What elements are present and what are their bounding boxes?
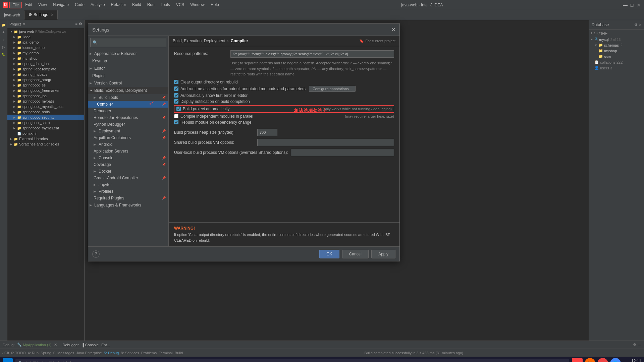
menu-vcs[interactable]: VCS xyxy=(173,2,187,8)
status-services[interactable]: 8: Services xyxy=(121,351,139,355)
settings-item-jupyter[interactable]: ▶ Jupyter xyxy=(88,181,168,188)
dialog-close-button[interactable]: ✕ xyxy=(391,26,395,33)
status-messages[interactable]: 0: Messages xyxy=(53,351,74,355)
debug-minimize-icon[interactable]: — xyxy=(638,343,641,347)
taskbar-app-firefox[interactable]: 🦊 xyxy=(585,358,595,362)
close-button[interactable]: ✕ xyxy=(636,2,641,8)
settings-item-compiler[interactable]: Compiler 📌 xyxy=(88,101,168,108)
cancel-button[interactable]: Cancel xyxy=(342,250,369,258)
tree-idea[interactable]: ▶ 📁 .idea xyxy=(7,34,84,40)
checkbox-display-notification-input[interactable] xyxy=(174,99,178,104)
menu-view[interactable]: View xyxy=(36,2,50,8)
settings-item-plugins[interactable]: Plugins xyxy=(88,72,168,79)
db-sync-icon[interactable]: ⟳ xyxy=(597,31,601,36)
db-schemas-item[interactable]: ▼ 📁 schemas 2 xyxy=(590,42,643,48)
tree-pom[interactable]: ▶ 📄 pom.xml xyxy=(7,131,84,136)
menu-run[interactable]: Run xyxy=(145,2,157,8)
status-debug[interactable]: 5: Debug xyxy=(104,351,119,355)
maximize-button[interactable]: □ xyxy=(629,2,635,8)
configure-annotations-button[interactable]: Configure annotations... xyxy=(309,86,356,92)
taskbar-app-other2[interactable]: 🌐 xyxy=(610,358,621,362)
tree-springboot-freemarker[interactable]: ▶ 📁 springboot_freemarker xyxy=(7,88,84,93)
db-settings-icon[interactable]: ⚙ xyxy=(634,23,637,26)
tree-lucene-demo[interactable]: ▶ 📁 lucene_demo xyxy=(7,45,84,50)
settings-item-app-servers[interactable]: Application Servers xyxy=(88,148,168,155)
settings-item-deployment[interactable]: ▶ Deployment 📌 xyxy=(88,128,168,134)
debug-app[interactable]: 🔧 MyApplication (1) xyxy=(17,343,51,347)
tree-springboot-es[interactable]: ▶ 📁 springboot_es xyxy=(7,82,84,88)
shared-vm-input[interactable] xyxy=(257,139,394,146)
help-button[interactable]: ? xyxy=(92,250,100,258)
status-run[interactable]: 4: Run xyxy=(28,351,39,355)
settings-item-debugger[interactable]: Debugger xyxy=(88,108,168,114)
tree-springboot-thymeLeaf[interactable]: ▶ 📁 springboot_thymeLeaf xyxy=(7,125,84,131)
menu-analyze[interactable]: Analyze xyxy=(88,2,108,8)
resource-patterns-input[interactable] xyxy=(230,50,394,58)
tree-springboot-amqp[interactable]: ▶ 📁 springboot_amqp xyxy=(7,77,84,82)
status-terminal[interactable]: Terminal xyxy=(159,351,173,355)
status-spring[interactable]: Spring xyxy=(41,351,51,355)
status-git[interactable]: ⑂ Git xyxy=(1,351,9,355)
tree-root[interactable]: ▼ 📁 java-web F:\IdeaCode\java-we xyxy=(7,29,84,34)
checkbox-runtime-assertions-input[interactable] xyxy=(174,86,178,91)
settings-item-vcs[interactable]: ▶ Version Control xyxy=(88,79,168,87)
tree-spring-data-jpa[interactable]: ▶ 📁 spring_data_jpa xyxy=(7,61,84,66)
settings-panel-icon[interactable]: ⚙ xyxy=(79,22,82,26)
settings-item-languages[interactable]: ▶ Languages & Frameworks xyxy=(88,201,168,209)
tree-my-demo[interactable]: ▶ 📁 my_demo xyxy=(7,50,84,56)
settings-item-profilers[interactable]: ▶ Profilers xyxy=(88,188,168,195)
db-refresh-icon[interactable]: ↻ xyxy=(593,31,597,36)
settings-item-python-debugger[interactable]: Python Debugger xyxy=(88,121,168,128)
db-myshop-item[interactable]: 📁 myshop xyxy=(590,48,643,54)
settings-item-docker[interactable]: ▶ Docker xyxy=(88,168,168,175)
tree-springboot-redis[interactable]: ▶ 📁 springboot_redis xyxy=(7,109,84,115)
enterprise-tab[interactable]: Ent... xyxy=(101,343,110,347)
settings-item-coverage[interactable]: Coverage 📌 xyxy=(88,161,168,168)
status-build[interactable]: Build xyxy=(175,351,183,355)
menu-file[interactable]: File xyxy=(9,2,22,8)
tree-my-shop[interactable]: ▶ 📁 my_shop xyxy=(7,56,84,61)
user-vm-input[interactable] xyxy=(291,149,394,156)
debug-settings-icon[interactable]: ⚙ xyxy=(633,343,636,347)
git-icon[interactable]: ⑂ xyxy=(0,36,7,43)
menu-edit[interactable]: Edit xyxy=(22,2,35,8)
menu-refactor[interactable]: Refactor xyxy=(108,2,129,8)
bookmark-icon[interactable]: ★ xyxy=(0,29,7,36)
menu-tools[interactable]: Tools xyxy=(158,2,173,8)
checkbox-rebuild-module-input[interactable] xyxy=(174,120,178,124)
checkbox-build-auto-input[interactable] xyxy=(176,107,181,111)
db-ssm-item[interactable]: 📁 ssm xyxy=(590,54,643,59)
tree-spring-jdbc[interactable]: ▶ 📁 spring_jdbcTemplate xyxy=(7,66,84,72)
db-add-icon[interactable]: + xyxy=(590,31,593,36)
settings-item-appearance[interactable]: ▶ Appearance & Behavior xyxy=(88,50,168,57)
settings-item-build-exec[interactable]: ▼ Build, Execution, Deployment xyxy=(88,87,168,94)
settings-item-build-tools[interactable]: ▶ Build Tools 📌 xyxy=(88,94,168,101)
run-icon[interactable]: ▷ xyxy=(0,44,7,50)
settings-item-editor[interactable]: ▶ Editor xyxy=(88,65,168,72)
menu-build[interactable]: Build xyxy=(129,2,144,8)
start-button[interactable]: ⊞ xyxy=(3,358,13,362)
settings-item-remote-jar[interactable]: Remote Jar Repositories 📌 xyxy=(88,114,168,121)
settings-item-gradle-android[interactable]: Gradle-Android Compiler 📌 xyxy=(88,175,168,181)
taskbar-app-intellij[interactable]: IJ xyxy=(572,358,583,362)
status-todo[interactable]: 6: TODO xyxy=(11,351,26,355)
db-mysql-item[interactable]: ▼ 🗄 mysql 2 of 16 xyxy=(590,37,643,42)
ok-button[interactable]: OK xyxy=(319,250,339,258)
console-tab[interactable]: ▐ Console xyxy=(82,343,99,347)
settings-item-keymap[interactable]: Keymap xyxy=(88,57,168,65)
tree-springboot-mybatis-plus[interactable]: ▶ 📁 springboot_mybatis_plus xyxy=(7,104,84,109)
settings-search[interactable]: 🔍 xyxy=(90,38,166,47)
tab-project[interactable]: java-web xyxy=(0,11,24,19)
menu-window[interactable]: Window xyxy=(187,2,207,8)
status-java-enterprise[interactable]: Java Enterprise xyxy=(76,351,102,355)
menu-help[interactable]: Help xyxy=(208,2,222,8)
heap-size-input[interactable] xyxy=(257,129,277,136)
tab-close-icon[interactable]: ✕ xyxy=(51,13,53,16)
debug-close-icon[interactable]: ✕ xyxy=(54,343,57,347)
tree-spring-mybatis[interactable]: ▶ 📁 spring_mybatis xyxy=(7,72,84,77)
taskbar-app-other[interactable]: ☯ xyxy=(597,358,608,362)
checkbox-compile-parallel-input[interactable] xyxy=(174,114,178,118)
tree-springboot-jpa[interactable]: ▶ 📁 springboot_jpa xyxy=(7,93,84,99)
db-close-icon[interactable]: ✕ xyxy=(639,23,641,26)
tree-springboot-security[interactable]: ▶ 📁 springboot_security xyxy=(7,115,84,120)
